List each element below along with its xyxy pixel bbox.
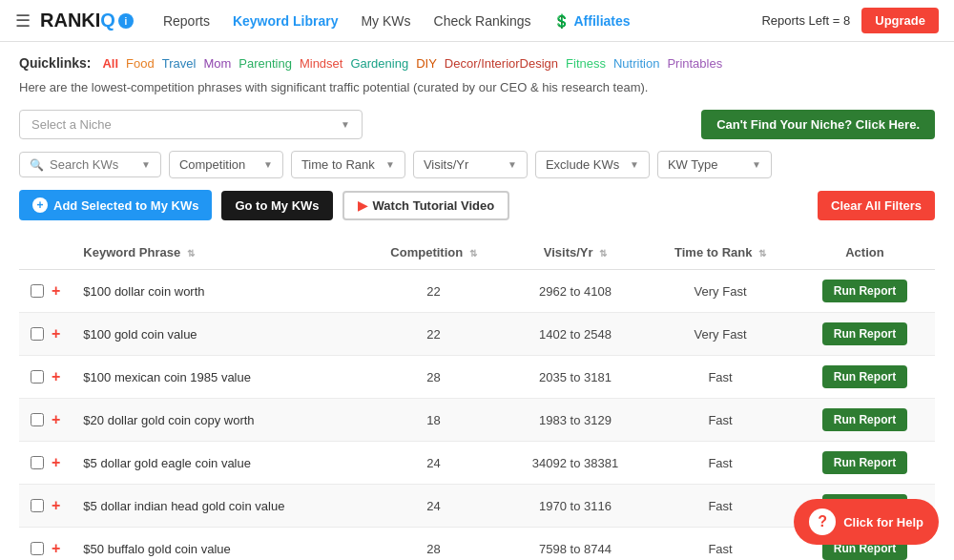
visits-cell: 1402 to 2548 — [505, 313, 646, 356]
keyword-cell: $100 gold coin value — [72, 313, 363, 356]
row-add-icon[interactable]: + — [52, 282, 60, 300]
row-checkbox-cell: + — [19, 528, 72, 561]
competition-label: Competition — [179, 157, 245, 172]
quicklink-diy[interactable]: DIY — [416, 56, 437, 71]
search-chevron-icon: ▼ — [141, 159, 151, 170]
keyword-cell: $100 mexican coin 1985 value — [72, 356, 363, 399]
competition-dropdown[interactable]: Competition ▼ — [169, 151, 283, 178]
main-content: Quicklinks: All Food Travel Mom Parentin… — [0, 42, 954, 560]
visits-yr-dropdown[interactable]: Visits/Yr ▼ — [413, 151, 528, 178]
nav-my-kws[interactable]: My KWs — [361, 13, 410, 29]
quicklink-mom[interactable]: Mom — [203, 56, 231, 71]
col-keyword-phrase: Keyword Phrase ⇅ — [72, 236, 363, 270]
col-competition: Competition ⇅ — [363, 236, 505, 270]
keyword-text: $5 dollar gold eagle coin value — [83, 456, 251, 470]
row-checkbox-cell: + — [19, 442, 72, 485]
logo-text: RANKIQ — [40, 10, 115, 31]
time-to-rank-cell: Very Fast — [646, 270, 795, 313]
keyword-text: $50 buffalo gold coin value — [83, 542, 230, 556]
visits-cell: 34092 to 38381 — [505, 442, 646, 485]
quicklink-all[interactable]: All — [102, 56, 118, 71]
row-checkbox-cell: + — [19, 356, 72, 399]
row-checkbox[interactable] — [31, 413, 44, 426]
row-add-icon[interactable]: + — [52, 540, 60, 557]
run-report-button[interactable]: Run Report — [822, 365, 907, 388]
run-report-button[interactable]: Run Report — [822, 451, 907, 474]
quicklink-gardening[interactable]: Gardening — [350, 56, 408, 71]
time-to-rank-label: Time to Rank — [301, 157, 375, 172]
run-report-button[interactable]: Run Report — [822, 408, 907, 431]
logo: RANKIQ i — [40, 10, 135, 31]
quicklink-decor[interactable]: Decor/InteriorDesign — [445, 56, 558, 71]
row-add-icon[interactable]: + — [52, 411, 60, 428]
col-checkbox — [19, 236, 72, 270]
keyword-text: $5 dollar indian head gold coin value — [83, 499, 284, 513]
row-checkbox[interactable] — [31, 327, 44, 341]
visits-cell: 2962 to 4108 — [505, 270, 646, 313]
row-add-icon[interactable]: + — [52, 325, 60, 342]
competition-cell: 28 — [363, 356, 505, 399]
quicklink-food[interactable]: Food — [126, 56, 155, 71]
row-add-icon[interactable]: + — [52, 497, 60, 514]
time-to-rank-cell: Fast — [646, 528, 795, 561]
table-header-row: Keyword Phrase ⇅ Competition ⇅ Visits/Yr… — [19, 236, 935, 270]
row-checkbox-cell: + — [19, 270, 72, 313]
menu-icon[interactable]: ☰ — [15, 10, 31, 31]
row-checkbox[interactable] — [31, 542, 44, 555]
row-checkbox[interactable] — [31, 456, 44, 469]
help-question-icon: ? — [818, 513, 827, 530]
clear-all-button[interactable]: Clear All Filters — [818, 191, 935, 220]
nav-keyword-library[interactable]: Keyword Library — [233, 13, 338, 29]
row-checkbox[interactable] — [31, 499, 44, 512]
quicklink-travel[interactable]: Travel — [162, 56, 197, 71]
search-filter[interactable]: 🔍 ▼ — [19, 152, 161, 177]
nav-check-rankings[interactable]: Check Rankings — [434, 13, 531, 29]
logo-icon: i — [117, 12, 135, 30]
row-add-icon[interactable]: + — [52, 368, 60, 385]
filter-row-2: 🔍 ▼ Competition ▼ Time to Rank ▼ Visits/… — [19, 151, 935, 178]
competition-cell: 24 — [363, 485, 505, 528]
kw-type-dropdown[interactable]: KW Type ▼ — [657, 151, 772, 178]
row-checkbox[interactable] — [31, 370, 44, 384]
help-button[interactable]: ? Click for Help — [794, 499, 939, 545]
visits-yr-chevron-icon: ▼ — [508, 159, 517, 170]
time-to-rank-dropdown[interactable]: Time to Rank ▼ — [291, 151, 405, 178]
visits-sort-icon: ⇅ — [599, 248, 607, 259]
watch-tutorial-button[interactable]: ▶ Watch Tutorial Video — [342, 191, 510, 220]
keyword-cell: $5 dollar gold eagle coin value — [72, 442, 363, 485]
run-report-button[interactable]: Run Report — [822, 280, 907, 302]
quicklink-parenting[interactable]: Parenting — [238, 56, 292, 71]
cant-find-button[interactable]: Can't Find Your Niche? Click Here. — [701, 110, 935, 139]
nav-affiliates[interactable]: 💲Affiliates — [553, 13, 630, 29]
niche-select[interactable]: Select a Niche ▼ — [19, 110, 363, 139]
time-to-rank-cell: Fast — [646, 442, 795, 485]
upgrade-button[interactable]: Upgrade — [861, 8, 939, 33]
action-cell: Run Report — [795, 356, 935, 399]
help-circle-icon: ? — [809, 508, 836, 535]
visits-cell: 7598 to 8744 — [505, 528, 646, 561]
go-to-kws-button[interactable]: Go to My KWs — [221, 191, 332, 220]
quicklink-printables[interactable]: Printables — [667, 56, 722, 71]
row-checkbox-cell: + — [19, 399, 72, 442]
header-right: Reports Left = 8 Upgrade — [761, 8, 939, 33]
run-report-button[interactable]: Run Report — [822, 322, 907, 345]
row-add-icon[interactable]: + — [52, 454, 60, 471]
visits-cell: 1983 to 3129 — [505, 399, 646, 442]
time-to-rank-cell: Fast — [646, 485, 795, 528]
quicklink-mindset[interactable]: Mindset — [300, 56, 343, 71]
row-checkbox[interactable] — [31, 284, 44, 298]
quicklink-nutrition[interactable]: Nutrition — [613, 56, 659, 71]
search-input[interactable] — [50, 157, 135, 172]
filter-row-1: Select a Niche ▼ Can't Find Your Niche? … — [19, 110, 935, 139]
quicklink-fitness[interactable]: Fitness — [566, 56, 606, 71]
logo-iq: Q — [100, 10, 115, 31]
exclude-kws-dropdown[interactable]: Exclude KWs ▼ — [535, 151, 650, 178]
table-row: + $20 dollar gold coin copy worth 18 198… — [19, 399, 935, 442]
table-row: + $100 mexican coin 1985 value 28 2035 t… — [19, 356, 935, 399]
header: ☰ RANKIQ i Reports Keyword Library My KW… — [0, 0, 954, 42]
time-to-rank-cell: Fast — [646, 356, 795, 399]
add-selected-button[interactable]: + Add Selected to My KWs — [19, 190, 212, 220]
keyword-text: $20 dollar gold coin copy worth — [83, 413, 254, 427]
nav-reports[interactable]: Reports — [163, 13, 210, 29]
play-icon: ▶ — [358, 198, 367, 213]
